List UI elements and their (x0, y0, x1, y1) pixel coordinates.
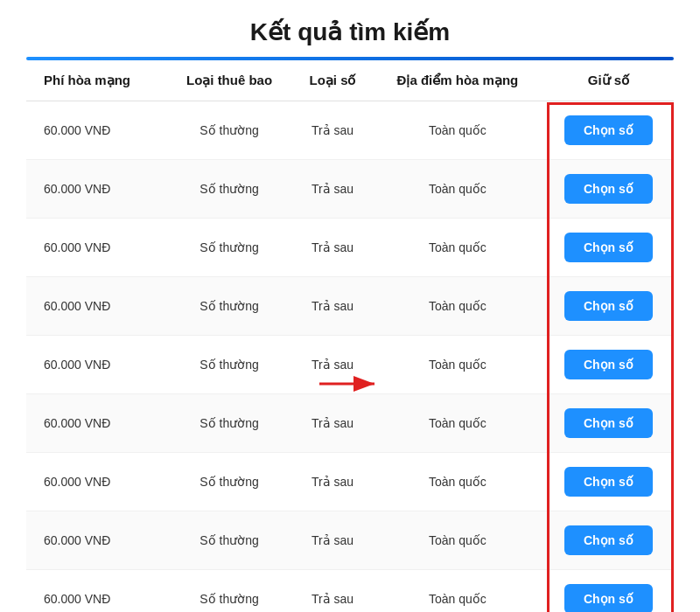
chon-so-button[interactable]: Chọn số (564, 174, 653, 204)
chon-so-button[interactable]: Chọn số (564, 291, 653, 321)
table-row: 60.000 VNĐSố thườngTrả sauToàn quốcChọn … (26, 570, 674, 613)
table-row: 60.000 VNĐSố thườngTrả sauToàn quốcChọn … (26, 219, 674, 277)
col-header-loai-thue-bao: Loại thuê bao (165, 60, 293, 101)
cell-loai-so: Trả sau (293, 336, 372, 394)
cell-giu-so: Chọn số (543, 277, 674, 336)
cell-giu-so: Chọn số (543, 511, 674, 570)
chon-so-button[interactable]: Chọn số (564, 233, 653, 262)
cell-phi: 60.000 VNĐ (26, 277, 165, 336)
chon-so-button[interactable]: Chọn số (564, 467, 653, 497)
cell-dia-diem: Toàn quốc (372, 453, 543, 511)
cell-dia-diem: Toàn quốc (372, 511, 543, 570)
cell-phi: 60.000 VNĐ (26, 219, 165, 277)
cell-loai-thue-bao: Số thường (165, 160, 293, 219)
table-row: 60.000 VNĐSố thườngTrả sauToàn quốcChọn … (26, 336, 674, 394)
col-header-dia-diem: Địa điểm hòa mạng (372, 60, 543, 101)
cell-dia-diem: Toàn quốc (372, 160, 543, 219)
cell-loai-so: Trả sau (293, 394, 372, 453)
cell-loai-thue-bao: Số thường (165, 394, 293, 453)
cell-loai-so: Trả sau (293, 453, 372, 511)
cell-dia-diem: Toàn quốc (372, 394, 543, 453)
table-row: 60.000 VNĐSố thườngTrả sauToàn quốcChọn … (26, 511, 674, 570)
cell-dia-diem: Toàn quốc (372, 101, 543, 160)
results-table: Phí hòa mạng Loại thuê bao Loại số Địa đ… (26, 60, 674, 612)
table-row: 60.000 VNĐSố thườngTrả sauToàn quốcChọn … (26, 394, 674, 453)
chon-so-button[interactable]: Chọn số (564, 350, 653, 379)
cell-loai-thue-bao: Số thường (165, 219, 293, 277)
table-row: 60.000 VNĐSố thườngTrả sauToàn quốcChọn … (26, 277, 674, 336)
cell-giu-so: Chọn số (543, 336, 674, 394)
cell-loai-so: Trả sau (293, 511, 372, 570)
cell-loai-thue-bao: Số thường (165, 277, 293, 336)
chon-so-button[interactable]: Chọn số (564, 525, 653, 555)
cell-dia-diem: Toàn quốc (372, 336, 543, 394)
cell-giu-so: Chọn số (543, 394, 674, 453)
cell-phi: 60.000 VNĐ (26, 570, 165, 613)
cell-dia-diem: Toàn quốc (372, 570, 543, 613)
chon-so-button[interactable]: Chọn số (564, 115, 653, 145)
col-header-loai-so: Loại số (293, 60, 372, 101)
cell-giu-so: Chọn số (543, 160, 674, 219)
cell-loai-so: Trả sau (293, 160, 372, 219)
cell-loai-so: Trả sau (293, 570, 372, 613)
col-header-giu-so: Giữ số (543, 60, 674, 101)
cell-loai-so: Trả sau (293, 101, 372, 160)
table-row: 60.000 VNĐSố thườngTrả sauToàn quốcChọn … (26, 160, 674, 219)
cell-loai-so: Trả sau (293, 219, 372, 277)
cell-giu-so: Chọn số (543, 101, 674, 160)
cell-phi: 60.000 VNĐ (26, 160, 165, 219)
chon-so-button[interactable]: Chọn số (564, 584, 653, 612)
cell-loai-thue-bao: Số thường (165, 101, 293, 160)
cell-loai-thue-bao: Số thường (165, 336, 293, 394)
cell-giu-so: Chọn số (543, 570, 674, 613)
cell-loai-thue-bao: Số thường (165, 453, 293, 511)
cell-loai-so: Trả sau (293, 277, 372, 336)
cell-phi: 60.000 VNĐ (26, 101, 165, 160)
table-row: 60.000 VNĐSố thườngTrả sauToàn quốcChọn … (26, 453, 674, 511)
page-title: Kết quả tìm kiếm (250, 17, 450, 46)
cell-dia-diem: Toàn quốc (372, 277, 543, 336)
results-table-wrapper: Phí hòa mạng Loại thuê bao Loại số Địa đ… (26, 60, 674, 612)
cell-phi: 60.000 VNĐ (26, 336, 165, 394)
table-header-row: Phí hòa mạng Loại thuê bao Loại số Địa đ… (26, 60, 674, 101)
cell-loai-thue-bao: Số thường (165, 511, 293, 570)
table-row: 60.000 VNĐSố thườngTrả sauToàn quốcChọn … (26, 101, 674, 160)
col-header-phi: Phí hòa mạng (26, 60, 165, 101)
cell-giu-so: Chọn số (543, 219, 674, 277)
cell-phi: 60.000 VNĐ (26, 511, 165, 570)
cell-phi: 60.000 VNĐ (26, 394, 165, 453)
cell-phi: 60.000 VNĐ (26, 453, 165, 511)
cell-giu-so: Chọn số (543, 453, 674, 511)
cell-loai-thue-bao: Số thường (165, 570, 293, 613)
cell-dia-diem: Toàn quốc (372, 219, 543, 277)
chon-so-button[interactable]: Chọn số (564, 408, 653, 438)
